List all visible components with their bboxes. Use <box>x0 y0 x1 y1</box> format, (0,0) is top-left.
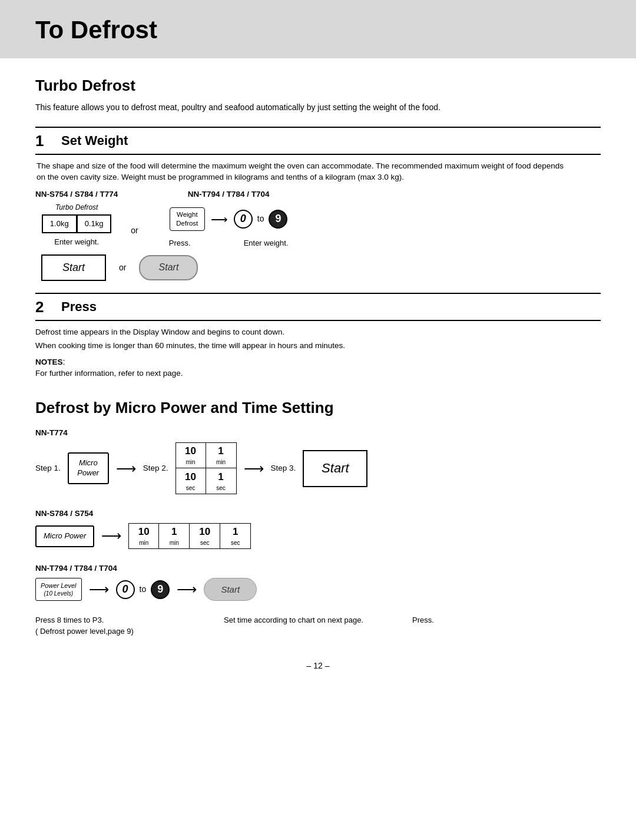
or-label-2: or <box>119 262 126 274</box>
t774-cell1-unit: min <box>186 458 196 467</box>
num-circle-0: 0 <box>234 210 253 229</box>
wd-row: Weight Defrost ⟶ 0 to 9 <box>170 207 288 231</box>
t774-micro-line2: Power <box>75 468 102 478</box>
nn-t774-model: NN-T774 <box>35 428 601 439</box>
s784-cell4-val: 1 <box>233 525 238 539</box>
t794-arrow1: ⟶ <box>89 580 109 600</box>
t794-arrow2: ⟶ <box>177 580 197 600</box>
right-model-name: NN-T794 / T784 / T704 <box>188 189 270 200</box>
s784-cells-row: 10 min 1 min 10 sec 1 se <box>128 523 251 549</box>
or-label-1: or <box>131 225 138 237</box>
nn-s784-block: NN-S784 / S754 Micro Power ⟶ 10 min 1 <box>35 508 601 549</box>
t774-micro-line1: Micro <box>75 458 102 468</box>
s784-cell3-unit: sec <box>200 539 210 547</box>
weight-boxes: 1.0kg 0.1kg <box>42 214 112 233</box>
start-button[interactable]: Start <box>41 254 106 281</box>
t774-cell2-val: 1 <box>218 444 223 458</box>
turbo-defrost-intro: This feature allows you to defrost meat,… <box>35 102 542 114</box>
t774-cell3-val: 10 <box>185 470 196 484</box>
left-enter-weight: Enter weight. <box>54 237 99 247</box>
press-desc2: When cooking time is longer than 60 minu… <box>35 340 601 352</box>
press-section: Defrost time appears in the Display Wind… <box>35 327 601 379</box>
start-button-gray[interactable]: Start <box>139 255 198 280</box>
t794-main-row: Power Level (10 Levels) ⟶ 0 to 9 ⟶ Start <box>35 578 601 601</box>
t774-start-button[interactable]: Start <box>303 450 367 487</box>
wd-line1: Weight <box>176 210 198 219</box>
t774-cell3-unit: sec <box>186 484 196 492</box>
step1-diagrams: NN-S754 / S784 / T774 Turbo Defrost 1.0k… <box>35 189 601 249</box>
s784-cell4-unit: sec <box>231 539 240 547</box>
nn-s784-model: NN-S784 / S754 <box>35 508 601 520</box>
nn-t794-model: NN-T794 / T784 / T704 <box>35 563 601 574</box>
t774-time-grid: 10 min 1 min 10 sec <box>175 442 237 494</box>
step1-num: 1 <box>35 130 53 151</box>
start-row: Start or Start <box>35 254 601 281</box>
right-model-col: NN-T794 / T784 / T704 Weight Defrost ⟶ 0… <box>169 189 289 249</box>
step1-heading: 1 Set Weight <box>35 127 601 155</box>
turbo-defrost-section: Turbo Defrost This feature allows you to… <box>35 75 601 379</box>
step2-num: 2 <box>35 296 53 318</box>
s784-micro-label: Micro Power <box>44 531 86 541</box>
press-desc1: Defrost time appears in the Display Wind… <box>35 327 601 338</box>
t794-start-gray[interactable]: Start <box>204 578 257 601</box>
nn-t794-block: NN-T794 / T784 / T704 Power Level (10 Le… <box>35 563 601 601</box>
weight-box-1kg: 1.0kg <box>42 214 77 233</box>
num-circle-9: 9 <box>269 210 287 229</box>
step2-label: Press <box>61 298 97 316</box>
step2-heading: 2 Press <box>35 293 601 321</box>
page-number: – 12 – <box>35 660 601 684</box>
t794-num-0: 0 <box>116 580 135 599</box>
bottom-note2: Set time according to chart on next page… <box>224 615 412 636</box>
s784-micro-power-btn[interactable]: Micro Power <box>35 525 94 547</box>
weight-defrost-button[interactable]: Weight Defrost <box>170 207 205 231</box>
t774-cell2-unit: min <box>216 458 226 467</box>
bottom-note1: Press 8 times to P3. ( Defrost power lev… <box>35 615 224 636</box>
weight-box-01kg: 0.1kg <box>77 214 112 233</box>
s784-cell3-val: 10 <box>199 525 210 539</box>
to-label: to <box>257 213 264 225</box>
s784-cell2-unit: min <box>170 539 179 547</box>
bottom-note1-line1: Press 8 times to P3. <box>35 615 224 626</box>
page-body: Turbo Defrost This feature allows you to… <box>0 75 636 707</box>
t774-arrow2: ⟶ <box>244 459 264 479</box>
t794-power-level-btn[interactable]: Power Level (10 Levels) <box>35 578 82 601</box>
right-press: Press. <box>169 238 191 249</box>
t774-cell4-val: 1 <box>218 470 223 484</box>
t794-to-label: to <box>140 584 147 596</box>
turbo-defrost-sublabel: Turbo Defrost <box>55 203 98 213</box>
notes-label: NOTES <box>35 358 63 366</box>
t794-power-line1: Power Level <box>41 581 77 590</box>
t794-num-9: 9 <box>151 580 170 599</box>
t774-arrow1: ⟶ <box>116 459 136 479</box>
bottom-notes-row: Press 8 times to P3. ( Defrost power lev… <box>35 615 601 636</box>
t774-main-row: Step 1. Micro Power ⟶ Step 2. 10 min <box>35 442 601 494</box>
s784-cell2-val: 1 <box>171 525 177 539</box>
arrow-wd: ⟶ <box>211 211 228 227</box>
t794-power-line2: (10 Levels) <box>41 590 77 597</box>
left-model-col: NN-S754 / S784 / T774 Turbo Defrost 1.0k… <box>35 189 118 247</box>
t774-top-cells: 10 min 1 min <box>175 442 237 468</box>
step1-desc: The shape and size of the food will dete… <box>35 161 565 183</box>
t774-step2-label: Step 2. <box>143 463 168 474</box>
t774-bottom-cells: 10 sec 1 sec <box>175 468 237 494</box>
s784-cell1-val: 10 <box>138 525 150 539</box>
wd-line2: Defrost <box>176 219 198 228</box>
t774-cell1-val: 10 <box>185 444 196 458</box>
left-model-name: NN-S754 / S784 / T774 <box>35 189 118 200</box>
page-title: To Defrost <box>35 13 601 48</box>
s784-arrow1: ⟶ <box>101 526 121 546</box>
bottom-note1-line2: ( Defrost power level,page 9) <box>35 626 224 637</box>
turbo-defrost-title: Turbo Defrost <box>35 75 601 96</box>
t774-cell4-unit: sec <box>216 484 226 492</box>
t774-step1-label: Step 1. <box>35 463 61 474</box>
t774-micro-power-btn[interactable]: Micro Power <box>68 452 109 484</box>
notes-colon: : <box>63 356 65 366</box>
right-enter-weight: Enter weight. <box>244 238 289 249</box>
notes-text: For further information, refer to next p… <box>35 368 601 379</box>
page-header: To Defrost <box>0 0 636 58</box>
defrost-micro-title: Defrost by Micro Power and Time Setting <box>35 397 601 418</box>
s784-cell1-unit: min <box>139 539 148 547</box>
bottom-note3: Press. <box>412 615 601 636</box>
nn-t774-block: NN-T774 Step 1. Micro Power ⟶ Step 2. <box>35 428 601 494</box>
step1-label: Set Weight <box>61 132 128 150</box>
